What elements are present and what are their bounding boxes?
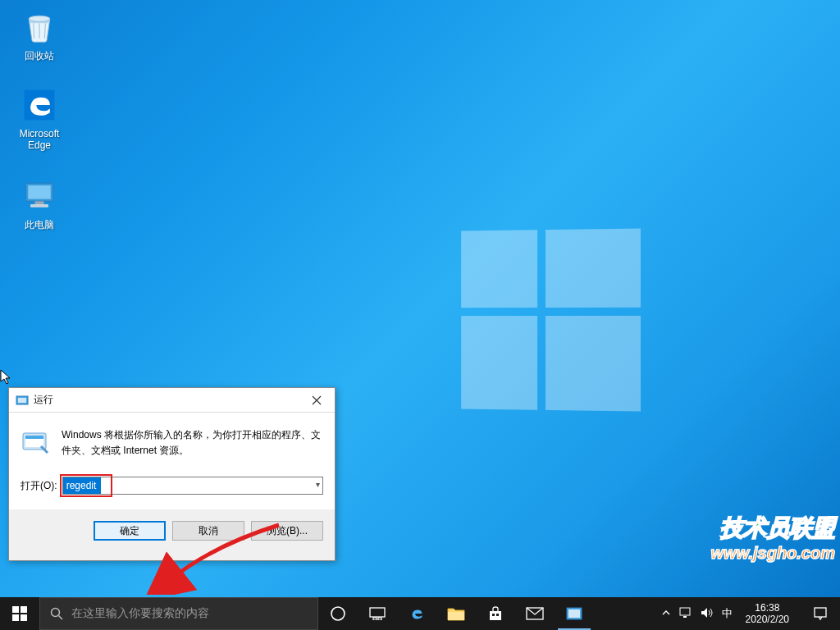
svg-rect-5 bbox=[30, 204, 48, 208]
this-pc-icon bbox=[20, 176, 59, 215]
svg-rect-22 bbox=[496, 614, 499, 616]
close-button[interactable] bbox=[298, 388, 335, 413]
svg-rect-17 bbox=[370, 608, 385, 617]
tray-network-icon[interactable] bbox=[679, 607, 692, 621]
svg-rect-19 bbox=[378, 618, 381, 620]
close-icon bbox=[312, 395, 322, 405]
svg-rect-28 bbox=[815, 608, 826, 617]
svg-rect-21 bbox=[492, 614, 495, 616]
desktop-icon-label: Microsoft Edge bbox=[8, 128, 71, 151]
notifications-icon bbox=[813, 606, 828, 621]
cancel-button[interactable]: 取消 bbox=[172, 521, 244, 541]
run-dialog-body: Windows 将根据你所输入的名称，为你打开相应的程序、文件夹、文档或 Int… bbox=[9, 413, 335, 509]
svg-rect-25 bbox=[568, 609, 580, 618]
folder-icon bbox=[447, 606, 465, 621]
svg-point-15 bbox=[52, 609, 60, 617]
taskbar-time: 16:38 bbox=[746, 602, 789, 614]
svg-rect-7 bbox=[18, 398, 26, 403]
search-icon bbox=[50, 607, 63, 620]
desktop-icon-recycle-bin[interactable]: 回收站 bbox=[8, 7, 71, 63]
cursor-icon bbox=[0, 369, 13, 386]
desktop: 回收站 Microsoft Edge 此电脑 bbox=[0, 0, 840, 597]
taskbar-clock[interactable]: 16:38 2020/2/20 bbox=[741, 602, 794, 626]
svg-rect-4 bbox=[35, 201, 44, 204]
svg-rect-27 bbox=[683, 616, 687, 618]
svg-rect-13 bbox=[12, 614, 19, 621]
desktop-icon-edge[interactable]: Microsoft Edge bbox=[8, 85, 71, 151]
taskbar-run-dialog[interactable] bbox=[555, 597, 594, 630]
svg-rect-3 bbox=[28, 185, 51, 199]
svg-point-16 bbox=[331, 607, 345, 620]
svg-point-0 bbox=[29, 16, 50, 21]
taskbar: 在这里输入你要搜索的内容 bbox=[0, 597, 840, 630]
browse-button[interactable]: 浏览(B)... bbox=[251, 521, 323, 541]
run-dialog-taskbar-icon bbox=[566, 607, 582, 620]
desktop-icon-label: 此电脑 bbox=[8, 218, 71, 232]
desktop-icon-label: 回收站 bbox=[8, 49, 71, 63]
taskbar-cortana[interactable] bbox=[318, 597, 358, 630]
run-prompt-icon bbox=[21, 427, 50, 457]
run-dialog-title: 运行 bbox=[34, 393, 298, 407]
watermark-title: 技术员联盟 bbox=[711, 513, 836, 544]
tray-chevron-up-icon[interactable] bbox=[661, 608, 671, 620]
taskbar-search-placeholder: 在这里输入你要搜索的内容 bbox=[71, 606, 209, 621]
svg-rect-10 bbox=[25, 436, 43, 439]
taskbar-explorer[interactable] bbox=[436, 597, 476, 630]
start-button[interactable] bbox=[0, 597, 39, 630]
mail-icon bbox=[526, 607, 544, 620]
svg-rect-26 bbox=[680, 608, 690, 615]
run-dialog-titlebar[interactable]: 运行 bbox=[9, 388, 335, 413]
run-input[interactable] bbox=[62, 477, 323, 495]
system-tray: 中 16:38 2020/2/20 bbox=[655, 597, 801, 630]
svg-rect-11 bbox=[12, 606, 19, 613]
tray-volume-icon[interactable] bbox=[701, 607, 714, 621]
task-view-icon bbox=[369, 607, 386, 620]
edge-icon bbox=[20, 85, 59, 125]
recycle-bin-icon bbox=[20, 7, 59, 46]
watermark: 技术员联盟 www.jsgho.com bbox=[711, 513, 836, 563]
svg-rect-18 bbox=[373, 618, 377, 620]
svg-rect-12 bbox=[21, 606, 27, 613]
desktop-icon-this-pc[interactable]: 此电脑 bbox=[8, 176, 71, 232]
action-center-button[interactable] bbox=[801, 597, 840, 630]
tray-ime-icon[interactable]: 中 bbox=[722, 606, 733, 621]
cortana-icon bbox=[330, 605, 346, 622]
taskbar-store[interactable] bbox=[476, 597, 515, 630]
run-dialog-buttons: 确定 取消 浏览(B)... bbox=[9, 509, 335, 552]
run-dialog: 运行 Windows 将根据你所输入的名称，为你打开相应的程序、文件夹、文档或 bbox=[8, 387, 336, 561]
windows-logo-wallpaper bbox=[461, 228, 641, 411]
taskbar-task-view[interactable] bbox=[358, 597, 397, 630]
edge-icon bbox=[408, 605, 426, 623]
run-dialog-icon bbox=[16, 394, 29, 407]
windows-icon bbox=[12, 606, 27, 621]
taskbar-mail[interactable] bbox=[515, 597, 555, 630]
ok-button[interactable]: 确定 bbox=[94, 521, 166, 541]
svg-rect-20 bbox=[448, 612, 464, 620]
svg-rect-14 bbox=[21, 614, 27, 621]
watermark-url: www.jsgho.com bbox=[711, 544, 836, 563]
taskbar-date: 2020/2/20 bbox=[746, 614, 789, 625]
taskbar-edge[interactable] bbox=[397, 597, 436, 630]
store-icon bbox=[487, 605, 504, 622]
taskbar-search[interactable]: 在这里输入你要搜索的内容 bbox=[39, 597, 318, 630]
run-dialog-description: Windows 将根据你所输入的名称，为你打开相应的程序、文件夹、文档或 Int… bbox=[62, 427, 323, 459]
run-open-label: 打开(O): bbox=[21, 479, 57, 493]
